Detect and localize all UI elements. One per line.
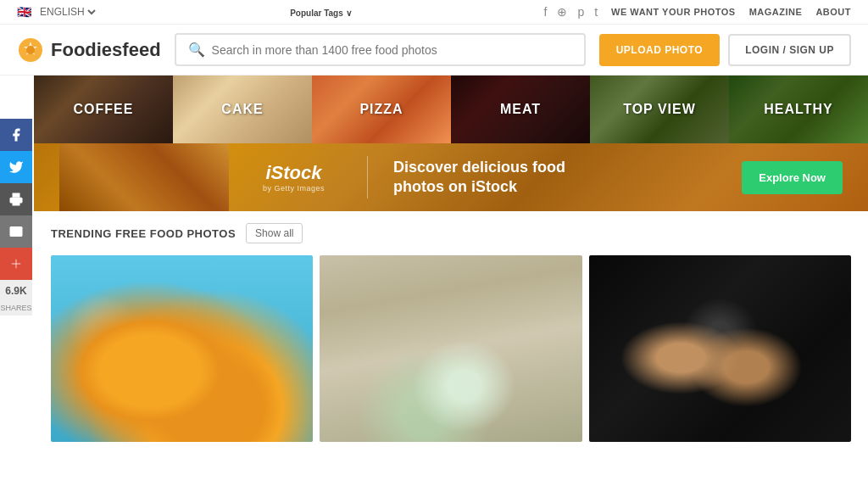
category-cake[interactable]: CAKE [173, 75, 312, 143]
istock-description: Discover delicious foodphotos on iStock [393, 158, 725, 198]
istock-logo: iStock [266, 162, 322, 184]
search-bar: 🔍 [175, 33, 586, 66]
explore-now-button[interactable]: Explore Now [742, 161, 843, 194]
istock-food-bg [59, 143, 229, 211]
sidebar-email-button[interactable] [0, 215, 32, 248]
trending-header: TRENDING FREE FOOD PHOTOS Show all [34, 211, 868, 255]
about-link[interactable]: ABOUT [815, 7, 851, 17]
sidebar-plus-button[interactable] [0, 248, 32, 280]
email-icon [8, 224, 24, 239]
search-input[interactable] [212, 43, 572, 57]
photo-item-oranges[interactable] [51, 255, 313, 442]
instagram-icon[interactable]: ⊕ [557, 5, 567, 19]
nav-links: WE WANT YOUR PHOTOS MAGAZINE ABOUT [611, 7, 851, 17]
istock-subtext: by Getty Images [263, 184, 325, 193]
upload-photo-button[interactable]: UPLOAD PHOTO [599, 34, 720, 66]
logo-text: Foodiesfeed [51, 39, 161, 61]
printer-icon [8, 192, 24, 207]
svg-point-1 [26, 46, 35, 54]
sidebar-print-button[interactable] [0, 183, 32, 215]
login-signup-button[interactable]: LOGIN / SIGN UP [728, 34, 851, 66]
logo-icon [17, 36, 44, 64]
magazine-link[interactable]: MAGAZINE [749, 7, 803, 17]
category-pizza[interactable]: PIZZA [312, 75, 451, 143]
logo-area[interactable]: Foodiesfeed [17, 36, 161, 64]
photo-item-dark-hands[interactable] [589, 255, 851, 442]
sidebar-facebook-button[interactable] [0, 119, 32, 151]
category-topview-label: TOP VIEW [623, 102, 696, 117]
svg-rect-2 [13, 201, 20, 206]
category-top-view[interactable]: TOP VIEW [590, 75, 729, 143]
facebook-icon [8, 127, 24, 142]
category-cake-label: CAKE [221, 102, 263, 117]
we-want-photos-link[interactable]: WE WANT YOUR PHOTOS [611, 7, 736, 17]
category-healthy-label: HEALTHY [764, 102, 832, 117]
language-dropdown[interactable]: ENGLISH [36, 5, 98, 19]
flag-icon: 🇬🇧 [17, 5, 31, 19]
plus-icon [8, 256, 24, 271]
istock-food-image [59, 143, 229, 211]
language-selector[interactable]: 🇬🇧 ENGLISH [17, 5, 98, 19]
show-all-button[interactable]: Show all [246, 223, 303, 243]
twitter-icon [8, 159, 24, 175]
category-meat-label: MEAT [500, 102, 541, 117]
header: Foodiesfeed 🔍 UPLOAD PHOTO LOGIN / SIGN … [0, 25, 868, 75]
istock-divider [367, 156, 368, 198]
pinterest-icon[interactable]: p [577, 5, 584, 19]
category-coffee[interactable]: COFFEE [34, 75, 173, 143]
photo-drink-bg [320, 255, 581, 442]
share-count: 6.9K [0, 280, 32, 302]
category-healthy[interactable]: HEALTHY [729, 75, 868, 143]
photo-grid [34, 255, 868, 442]
category-pizza-label: PIZZA [359, 102, 403, 117]
photo-dark-bg [589, 255, 851, 442]
header-buttons: UPLOAD PHOTO LOGIN / SIGN UP [599, 34, 851, 66]
category-meat[interactable]: MEAT [451, 75, 590, 143]
category-grid: COFFEE CAKE PIZZA MEAT TOP VIEW HEALTHY [34, 75, 868, 143]
main-content: iStock by Getty Images Discover deliciou… [34, 143, 868, 442]
istock-banner[interactable]: iStock by Getty Images Discover deliciou… [34, 143, 868, 211]
shares-label: SHARES [0, 302, 32, 316]
twitter-icon[interactable]: t [594, 5, 598, 19]
popular-tags[interactable]: Popular Tags ∨ [290, 6, 352, 19]
istock-logo-area: iStock by Getty Images [263, 162, 325, 193]
sidebar-social: 6.9K SHARES [0, 119, 32, 316]
chevron-down-icon: ∨ [346, 8, 352, 18]
photo-oranges-bg [51, 255, 313, 442]
trending-title: TRENDING FREE FOOD PHOTOS [51, 227, 236, 240]
top-nav-right: f ⊕ p t WE WANT YOUR PHOTOS MAGAZINE ABO… [544, 5, 851, 19]
search-icon: 🔍 [188, 42, 205, 58]
social-icons: f ⊕ p t [544, 5, 598, 19]
photo-item-drink[interactable] [320, 255, 581, 442]
popular-tags-label: Popular Tags [290, 8, 343, 18]
facebook-icon[interactable]: f [544, 5, 548, 19]
top-nav: 🇬🇧 ENGLISH Popular Tags ∨ f ⊕ p t WE WAN… [0, 0, 868, 25]
sidebar-twitter-button[interactable] [0, 151, 32, 183]
category-coffee-label: COFFEE [74, 102, 134, 117]
page-body: 6.9K SHARES iStock by Getty Images Disco… [0, 143, 868, 442]
